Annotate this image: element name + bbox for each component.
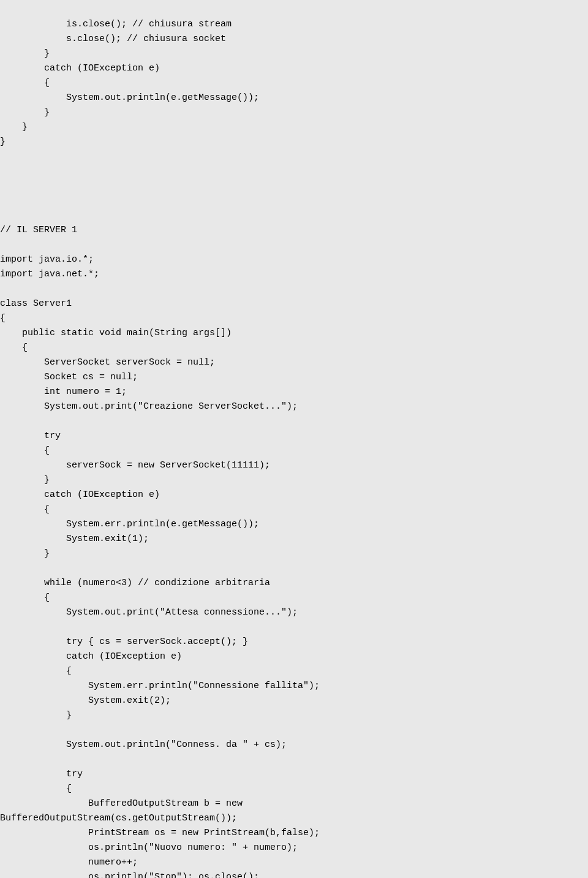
code-line: { [0,504,50,515]
code-line: BufferedOutputStream b = new [0,798,243,809]
code-line: System.err.println("Connessione fallita"… [0,681,320,691]
code-line: { [0,666,72,676]
code-line: import java.io.*; [0,254,94,265]
code-line: System.out.println("Conness. da " + cs); [0,740,287,750]
code-line: } [0,48,50,59]
code-line: { [0,445,50,456]
code-line: } [0,122,28,132]
code-line: // IL SERVER 1 [0,225,77,235]
code-line: System.err.println(e.getMessage()); [0,519,259,529]
code-line: System.out.print("Attesa connessione..."… [0,607,298,618]
code-line: } [0,548,50,559]
code-line: BufferedOutputStream(cs.getOutputStream(… [0,813,237,823]
code-line: numero++; [0,857,138,868]
code-line: Socket cs = null; [0,372,138,382]
code-line: PrintStream os = new PrintStream(b,false… [0,828,320,838]
code-line: s.close(); // chiusura socket [0,34,226,44]
code-line: } [0,475,50,485]
code-line: catch (IOException e) [0,651,182,662]
code-line: public static void main(String args[]) [0,328,232,338]
code-line: os.println("Nuovo numero: " + numero); [0,842,298,853]
code-line: } [0,137,6,147]
code-line: { [0,592,50,603]
code-line: { [0,313,6,324]
code-line: class Server1 [0,298,72,309]
code-line: catch (IOException e) [0,490,160,500]
code-line: try [0,431,61,441]
code-line: System.out.print("Creazione ServerSocket… [0,401,298,412]
code-line: try [0,769,83,779]
code-block: is.close(); // chiusura stream s.close()… [0,0,588,878]
code-line: os.println("Stop"); os.close(); [0,872,259,878]
code-line: serverSock = new ServerSocket(11111); [0,460,270,471]
code-line: while (numero<3) // condizione arbitrari… [0,578,270,588]
code-line: System.exit(1); [0,534,149,544]
code-line: try { cs = serverSock.accept(); } [0,637,248,647]
code-line: import java.net.*; [0,269,99,279]
code-line: System.out.println(e.getMessage()); [0,93,259,103]
code-line: System.exit(2); [0,695,171,706]
code-line: is.close(); // chiusura stream [0,19,232,29]
code-line: { [0,784,72,794]
code-line: ServerSocket serverSock = null; [0,357,215,368]
code-line: } [0,107,50,118]
code-line: { [0,342,28,353]
code-line: catch (IOException e) [0,63,160,74]
code-line: int numero = 1; [0,387,127,397]
code-line: } [0,710,72,721]
code-line: { [0,78,50,88]
